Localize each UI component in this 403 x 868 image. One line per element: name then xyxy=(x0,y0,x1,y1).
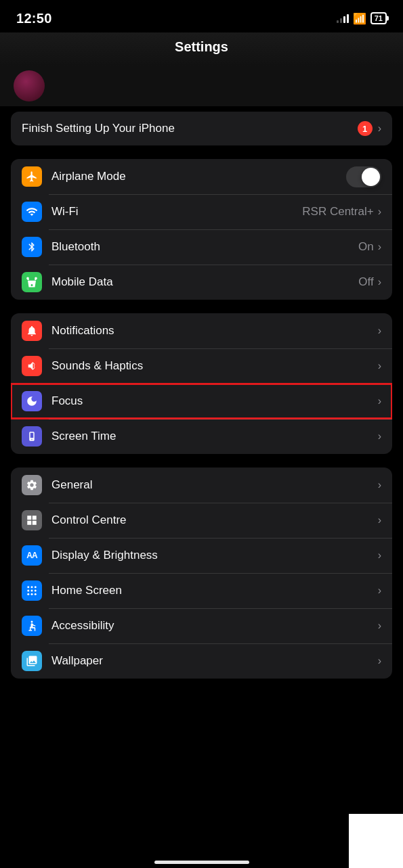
wallpaper-chevron: › xyxy=(378,655,381,667)
svg-point-2 xyxy=(35,586,37,588)
page-header: Settings xyxy=(0,32,403,66)
focus-label: Focus xyxy=(51,394,378,408)
focus-icon xyxy=(22,391,42,411)
bluetooth-icon xyxy=(22,237,42,257)
finish-setup-label: Finish Setting Up Your iPhone xyxy=(22,122,358,135)
airplane-label: Airplane Mode xyxy=(51,170,346,183)
wifi-icon: 📶 xyxy=(353,12,366,25)
control-centre-row[interactable]: Control Centre › xyxy=(11,503,392,538)
status-time: 12:50 xyxy=(16,11,52,26)
svg-point-1 xyxy=(31,586,33,588)
setup-badge: 1 xyxy=(358,121,373,136)
screen-time-row[interactable]: Screen Time › xyxy=(11,419,392,454)
bluetooth-chevron: › xyxy=(378,241,381,253)
general-icon xyxy=(22,475,42,495)
display-brightness-row[interactable]: AA Display & Brightness › xyxy=(11,538,392,573)
accessibility-label: Accessibility xyxy=(51,619,378,633)
accessibility-row[interactable]: Accessibility › xyxy=(11,608,392,643)
home-screen-row[interactable]: Home Screen › xyxy=(11,573,392,608)
svg-point-8 xyxy=(35,593,37,595)
display-brightness-icon: AA xyxy=(22,545,42,566)
bluetooth-label: Bluetooth xyxy=(51,240,358,254)
screen-time-label: Screen Time xyxy=(51,430,378,443)
accessibility-icon xyxy=(22,616,42,636)
general-row[interactable]: General › xyxy=(11,467,392,503)
avatar xyxy=(14,70,45,101)
notifications-chevron: › xyxy=(378,325,381,337)
finish-setup-row[interactable]: Finish Setting Up Your iPhone 1 › xyxy=(11,112,392,145)
focus-row[interactable]: Focus › xyxy=(11,384,392,419)
control-centre-icon xyxy=(22,510,42,530)
svg-point-3 xyxy=(27,590,29,592)
status-icons: 📶 71 xyxy=(337,12,387,25)
airplane-toggle[interactable] xyxy=(346,166,381,187)
notifications-group: Notifications › Sounds & Haptics › Focus… xyxy=(11,313,392,454)
mobile-data-row[interactable]: Mobile Data Off › xyxy=(11,265,392,300)
sounds-chevron: › xyxy=(378,360,381,372)
screen-time-icon xyxy=(22,426,42,447)
screen-time-chevron: › xyxy=(378,430,381,442)
airplane-mode-row[interactable]: Airplane Mode xyxy=(11,159,392,194)
svg-point-7 xyxy=(31,593,33,595)
accessibility-chevron: › xyxy=(378,620,381,632)
mobile-data-label: Mobile Data xyxy=(51,275,358,289)
airplane-icon xyxy=(22,166,42,187)
home-screen-label: Home Screen xyxy=(51,584,378,597)
notifications-row[interactable]: Notifications › xyxy=(11,313,392,348)
wallpaper-row[interactable]: Wallpaper › xyxy=(11,643,392,679)
status-bar: 12:50 📶 71 xyxy=(0,0,403,32)
sounds-icon xyxy=(22,356,42,376)
setup-chevron: › xyxy=(378,122,381,135)
wifi-row[interactable]: Wi-Fi RSR Central+ › xyxy=(11,194,392,229)
home-screen-icon xyxy=(22,580,42,601)
bluetooth-row[interactable]: Bluetooth On › xyxy=(11,229,392,265)
connectivity-group: Airplane Mode Wi-Fi RSR Central+ › xyxy=(11,159,392,300)
focus-chevron: › xyxy=(378,395,381,407)
wifi-setting-icon xyxy=(22,202,42,222)
svg-point-6 xyxy=(27,593,29,595)
display-brightness-label: Display & Brightness xyxy=(51,549,378,562)
svg-point-4 xyxy=(31,590,33,592)
battery-icon: 71 xyxy=(370,12,387,24)
notifications-label: Notifications xyxy=(51,324,378,338)
svg-point-0 xyxy=(27,586,29,588)
mobile-data-value: Off xyxy=(358,275,373,289)
signal-icon xyxy=(337,14,349,23)
home-screen-chevron: › xyxy=(378,585,381,597)
page-title: Settings xyxy=(175,39,228,55)
svg-point-5 xyxy=(35,590,37,592)
svg-point-9 xyxy=(31,621,33,623)
general-label: General xyxy=(51,478,378,492)
general-group: General › Control Centre › AA Display & … xyxy=(11,467,392,679)
general-chevron: › xyxy=(378,479,381,491)
wallpaper-icon xyxy=(22,651,42,671)
sounds-label: Sounds & Haptics xyxy=(51,359,378,373)
display-brightness-chevron: › xyxy=(378,549,381,562)
home-indicator xyxy=(154,861,249,864)
corner-overlay xyxy=(349,814,403,868)
wifi-chevron: › xyxy=(378,206,381,218)
toggle-knob xyxy=(362,168,380,186)
wifi-label: Wi-Fi xyxy=(51,205,302,219)
sounds-row[interactable]: Sounds & Haptics › xyxy=(11,348,392,384)
control-centre-label: Control Centre xyxy=(51,513,378,527)
wifi-value: RSR Central+ xyxy=(302,205,373,219)
settings-content: Finish Setting Up Your iPhone 1 › Airpla… xyxy=(0,112,403,679)
mobile-data-icon xyxy=(22,272,42,292)
bluetooth-value: On xyxy=(358,240,374,254)
control-centre-chevron: › xyxy=(378,514,381,526)
wallpaper-label: Wallpaper xyxy=(51,654,378,668)
user-preview-area xyxy=(0,66,403,106)
notifications-icon xyxy=(22,321,42,341)
mobile-data-chevron: › xyxy=(378,276,381,288)
